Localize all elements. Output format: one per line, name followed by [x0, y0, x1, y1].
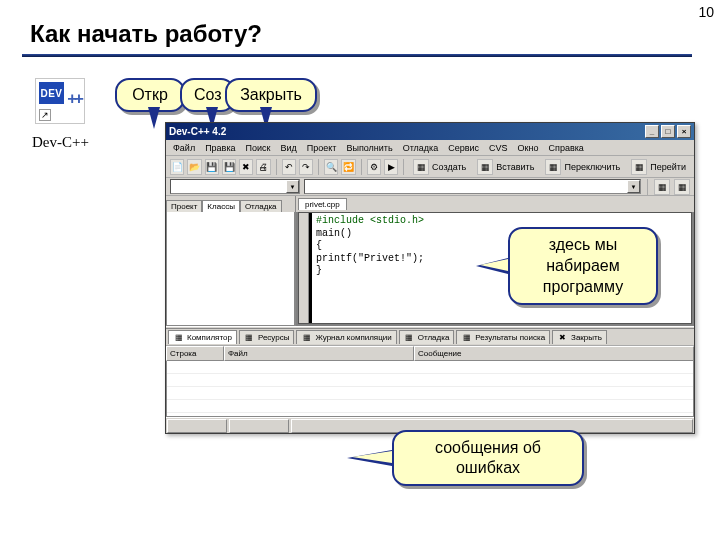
menu-view[interactable]: Вид	[277, 143, 301, 153]
grid-header-file[interactable]: Файл	[224, 346, 414, 361]
devcpp-shortcut-icon[interactable]: DEV ++ ↗	[35, 78, 85, 124]
chevron-down-icon: ▼	[286, 180, 299, 193]
status-cell	[229, 419, 289, 433]
close-button[interactable]: ×	[677, 125, 691, 138]
combo-main[interactable]: ▼	[304, 179, 641, 194]
plusplus-glyph: ++	[67, 89, 81, 109]
tool-open-icon[interactable]: 📂	[187, 159, 201, 175]
title-underline	[22, 54, 692, 57]
insert-icon: ▦	[477, 159, 493, 175]
menu-file[interactable]: Файл	[169, 143, 199, 153]
tool-find-icon[interactable]: 🔍	[324, 159, 338, 175]
tab-debug[interactable]: Отладка	[240, 200, 282, 212]
btab-compiler[interactable]: ▦Компилятор	[168, 330, 237, 344]
menu-search[interactable]: Поиск	[242, 143, 275, 153]
tool-close-icon[interactable]: ✖	[239, 159, 253, 175]
btab-log[interactable]: ▦Журнал компиляции	[296, 330, 396, 344]
toolbar-create-button[interactable]: ▦Создать	[409, 159, 470, 175]
menu-edit[interactable]: Правка	[201, 143, 239, 153]
callout-code-tail-fill	[480, 259, 508, 271]
grid-row	[167, 374, 693, 387]
combo-row: ▼ ▼ ▦ ▦	[166, 178, 694, 196]
tool-saveall-icon[interactable]: 💾	[222, 159, 236, 175]
close-tab-icon: ✖	[557, 332, 568, 343]
toolbar-goto-button[interactable]: ▦Перейти	[627, 159, 690, 175]
toolbar-1: 📄 📂 💾 💾 ✖ 🖨 ↶ ↷ 🔍 🔁 ⚙ ▶ ▦Создать ▦Встави…	[166, 156, 694, 178]
tool-replace-icon[interactable]: 🔁	[341, 159, 355, 175]
slide-number: 10	[698, 4, 714, 20]
combo-left[interactable]: ▼	[170, 179, 300, 194]
btab-resources[interactable]: ▦Ресурсы	[239, 330, 295, 344]
editor-gutter	[299, 213, 309, 323]
left-tabs: Проект Классы Отладка	[166, 196, 295, 212]
goto-icon: ▦	[631, 159, 647, 175]
tool-save-icon[interactable]: 💾	[205, 159, 219, 175]
tab-classes[interactable]: Классы	[202, 200, 240, 212]
toolbar-switch-button[interactable]: ▦Переключить	[541, 159, 624, 175]
callout-errors: сообщения об ошибках	[392, 430, 584, 486]
menu-window[interactable]: Окно	[514, 143, 543, 153]
slide-title: Как начать работу?	[30, 20, 262, 48]
tool-redo-icon[interactable]: ↷	[299, 159, 313, 175]
combo-tool-2-icon[interactable]: ▦	[674, 179, 690, 195]
callout-code-area: здесь мы набираем программу	[508, 227, 658, 305]
menu-debug[interactable]: Отладка	[399, 143, 443, 153]
combo-tool-1-icon[interactable]: ▦	[654, 179, 670, 195]
resources-icon: ▦	[244, 332, 255, 343]
status-cell	[167, 419, 227, 433]
toolbar-insert-button[interactable]: ▦Вставить	[473, 159, 538, 175]
menu-help[interactable]: Справка	[545, 143, 588, 153]
toolbar-sep-2	[318, 159, 319, 175]
titlebar[interactable]: Dev-C++ 4.2 _ □ ×	[166, 123, 694, 140]
shortcut-caption: Dev-C++	[32, 134, 89, 151]
tool-print-icon[interactable]: 🖨	[256, 159, 270, 175]
grid-row	[167, 400, 693, 413]
editor-tab-file[interactable]: privet.cpp	[298, 198, 347, 210]
grid-header-line[interactable]: Строка	[166, 346, 224, 361]
btab-close[interactable]: ✖Закрыть	[552, 330, 607, 344]
dev-badge: DEV	[39, 82, 64, 104]
toolbar-sep	[276, 159, 277, 175]
log-icon: ▦	[301, 332, 312, 343]
tool-compile-icon[interactable]: ⚙	[367, 159, 381, 175]
search-icon: ▦	[461, 332, 472, 343]
bottom-panel: ▦Компилятор ▦Ресурсы ▦Журнал компиляции …	[166, 329, 694, 417]
toolbar-sep-3	[361, 159, 362, 175]
editor-tabs: privet.cpp	[296, 196, 694, 212]
btab-search[interactable]: ▦Результаты поиска	[456, 330, 550, 344]
maximize-button[interactable]: □	[661, 125, 675, 138]
menu-run[interactable]: Выполнить	[342, 143, 396, 153]
left-panel: Проект Классы Отладка	[166, 196, 296, 326]
menu-cvs[interactable]: CVS	[485, 143, 512, 153]
callout-errors-tail-fill	[352, 451, 392, 463]
switch-icon: ▦	[545, 159, 561, 175]
create-icon: ▦	[413, 159, 429, 175]
grid-body[interactable]	[166, 361, 694, 417]
menubar: Файл Правка Поиск Вид Проект Выполнить О…	[166, 140, 694, 156]
tab-project[interactable]: Проект	[166, 200, 202, 212]
toolbar-sep-4	[403, 159, 404, 175]
compiler-icon: ▦	[173, 332, 184, 343]
grid-row	[167, 361, 693, 374]
shortcut-arrow-icon: ↗	[39, 109, 51, 121]
titlebar-title: Dev-C++ 4.2	[169, 126, 226, 137]
grid-row	[167, 387, 693, 400]
chevron-down-icon: ▼	[627, 180, 640, 193]
callout-open-tail	[148, 107, 160, 129]
btab-debug[interactable]: ▦Отладка	[399, 330, 455, 344]
tool-run-icon[interactable]: ▶	[384, 159, 398, 175]
combo-sep	[647, 179, 648, 195]
tool-undo-icon[interactable]: ↶	[282, 159, 296, 175]
grid-header: Строка Файл Сообщение	[166, 346, 694, 361]
menu-service[interactable]: Сервис	[444, 143, 483, 153]
left-panel-body[interactable]	[166, 212, 295, 326]
tool-new-icon[interactable]: 📄	[170, 159, 184, 175]
grid-header-message[interactable]: Сообщение	[414, 346, 694, 361]
debug-icon: ▦	[404, 332, 415, 343]
bottom-tabs: ▦Компилятор ▦Ресурсы ▦Журнал компиляции …	[166, 329, 694, 346]
minimize-button[interactable]: _	[645, 125, 659, 138]
menu-project[interactable]: Проект	[303, 143, 341, 153]
